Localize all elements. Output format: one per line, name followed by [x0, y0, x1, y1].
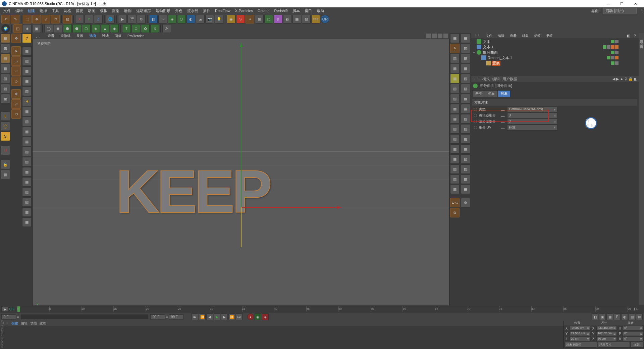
side-tab-3[interactable]: 内容浏览器	[639, 41, 644, 44]
opt5-icon[interactable]: ▤	[629, 313, 635, 320]
subtab-object[interactable]: 对象	[498, 90, 511, 97]
render-settings-icon[interactable]: ⚙	[137, 15, 146, 23]
sel1-icon[interactable]: ◯	[44, 24, 53, 33]
axis-y-icon[interactable]: Y	[85, 15, 93, 23]
mtab-edit[interactable]: 编辑	[21, 321, 28, 326]
object-name[interactable]: 细分曲面	[482, 50, 498, 55]
goto-end-icon[interactable]: ⏭	[236, 313, 243, 320]
globe-icon[interactable]: 🌍	[1, 24, 10, 33]
redo-icon[interactable]: ↷	[11, 15, 19, 23]
menu-redshift[interactable]: Redshift	[272, 8, 290, 13]
sel-lasso-icon[interactable]: 〰	[11, 66, 21, 76]
sel-rect-icon[interactable]: ▭	[11, 56, 21, 66]
vp-handle-icon[interactable]: ⋮⋮	[34, 34, 43, 38]
vtab-display[interactable]: 显示	[75, 33, 85, 39]
rtt3-icon[interactable]: ▩	[461, 54, 470, 63]
tag-icon[interactable]	[607, 45, 610, 49]
object-name[interactable]: Retopo_文本.1	[487, 55, 513, 60]
gen2-icon[interactable]: ⬣	[72, 24, 81, 33]
otab-file[interactable]: 文件	[484, 33, 494, 39]
current-frame-field[interactable]: 0 F	[1, 314, 16, 319]
render-pict-icon[interactable]: 🎬	[127, 15, 136, 23]
rt8-icon[interactable]: ▩	[450, 104, 460, 113]
prop-value-field[interactable]: 标准▾	[507, 124, 557, 131]
mtab-func[interactable]: 功能	[30, 321, 37, 326]
rt15-icon[interactable]: ▨	[450, 174, 460, 184]
spline-icon[interactable]: 〰	[158, 15, 167, 23]
rtt9-icon[interactable]: ▧	[461, 114, 470, 123]
menu-sculpt[interactable]: 雕刻	[122, 8, 133, 14]
menu-realflow[interactable]: RealFlow	[213, 8, 232, 13]
mesh13-icon[interactable]: ▩	[22, 167, 32, 177]
rtt16-icon[interactable]: ▦	[461, 185, 470, 194]
generator-icon[interactable]: ◈	[168, 15, 176, 23]
tag-icon[interactable]	[611, 45, 614, 49]
3d-text-object[interactable]: KEEP	[116, 157, 269, 226]
viewport-3d[interactable]: 透视视图 KEEP yz—x 帧速: 128.2 网格间距: 100 cm	[32, 39, 449, 319]
camera-icon[interactable]: 📷	[205, 15, 214, 23]
anim-dot-icon[interactable]	[474, 108, 477, 111]
editable-icon[interactable]: ◫	[13, 24, 22, 33]
rt7-icon[interactable]: ▨	[450, 94, 460, 103]
vp-nav3-icon[interactable]	[438, 34, 442, 38]
sel2-icon[interactable]: ◉	[54, 24, 62, 33]
prop-value-field[interactable]: 3≡	[507, 113, 557, 118]
mesh4-icon[interactable]: ▦	[22, 77, 32, 86]
menu-mograph[interactable]: 运动图形	[154, 8, 172, 14]
rotate-tool-icon[interactable]: ⟲	[51, 15, 60, 23]
vp-nav1-icon[interactable]	[426, 34, 431, 38]
rtt15-icon[interactable]: ▩	[461, 174, 470, 184]
anim-dot-icon[interactable]	[474, 114, 477, 117]
mesh15-icon[interactable]: ▧	[22, 187, 32, 197]
mesh9-icon[interactable]: ▩	[22, 127, 32, 136]
lt-l-icon[interactable]: L	[1, 111, 10, 121]
rt-pencil-icon[interactable]: ✎	[450, 44, 460, 53]
axis-z-icon[interactable]: Z	[94, 15, 103, 23]
menu-xparticles[interactable]: X-Particles	[233, 8, 255, 13]
gen8-icon[interactable]: ✿	[141, 24, 150, 33]
mesh11-icon[interactable]: ▧	[22, 147, 32, 156]
gen6-icon[interactable]: ◆	[110, 24, 119, 33]
attr-nav-lock-icon[interactable]: 🔒	[628, 77, 633, 81]
sel-live-icon[interactable]: ➤	[11, 46, 21, 56]
mesh12-icon[interactable]: ▨	[22, 157, 32, 166]
mode2-icon[interactable]: ▣	[32, 24, 41, 33]
apply-button[interactable]: 应用	[631, 342, 643, 348]
lt-s-icon[interactable]: S	[1, 132, 10, 141]
maximize-button[interactable]: ☐	[615, 0, 629, 7]
mtab-tex[interactable]: 纹理	[40, 321, 46, 326]
menu-plugin[interactable]: 插件	[201, 8, 212, 14]
vp-nav4-icon[interactable]	[443, 34, 448, 38]
layout-dropdown[interactable]: 启动 (用户)	[603, 8, 637, 14]
rtt7-icon[interactable]: ▩	[461, 94, 470, 103]
rtt11-icon[interactable]: ▩	[461, 134, 470, 144]
rt1-icon[interactable]: ▦	[450, 34, 460, 43]
vtab-filter[interactable]: 过滤	[101, 33, 110, 39]
opt2-icon[interactable]: ▣	[599, 313, 606, 320]
size-field[interactable]: 60 cm≡	[596, 337, 617, 341]
tag-icon[interactable]	[615, 61, 619, 65]
pos-field[interactable]: -0.002 cm≡	[570, 326, 590, 331]
prev-frame-icon[interactable]: ◀	[206, 313, 213, 320]
undo-icon[interactable]: ↶	[1, 15, 10, 23]
vtab-options[interactable]: 选项	[88, 33, 97, 39]
tag-icon[interactable]	[611, 51, 614, 54]
lt7-icon[interactable]: ▩	[1, 94, 10, 103]
vtab-panel[interactable]: 面板	[113, 33, 123, 39]
rt13-icon[interactable]: ▦	[450, 154, 460, 164]
size-field[interactable]: 167.52 cm≡	[596, 331, 617, 336]
psr-icon[interactable]: PSR	[311, 15, 320, 23]
rt5-icon[interactable]: ▦	[450, 74, 460, 83]
menu-char[interactable]: 角色	[173, 8, 184, 14]
vtab-view[interactable]: 查看	[46, 33, 56, 39]
anim-dot-icon[interactable]	[474, 120, 477, 123]
mesh3-icon[interactable]: ▩	[22, 66, 32, 76]
rt9-icon[interactable]: ▦	[450, 114, 460, 123]
range-slider[interactable]	[21, 314, 148, 319]
autokey-icon[interactable]: ◉	[255, 313, 261, 320]
vp-nav2-icon[interactable]	[432, 34, 437, 38]
rt6-icon[interactable]: ▧	[450, 84, 460, 93]
end-frame-field[interactable]: 99 F	[150, 314, 165, 319]
gen3-icon[interactable]: ⬡	[82, 24, 91, 33]
side-tab-2[interactable]: 基	[639, 38, 644, 41]
